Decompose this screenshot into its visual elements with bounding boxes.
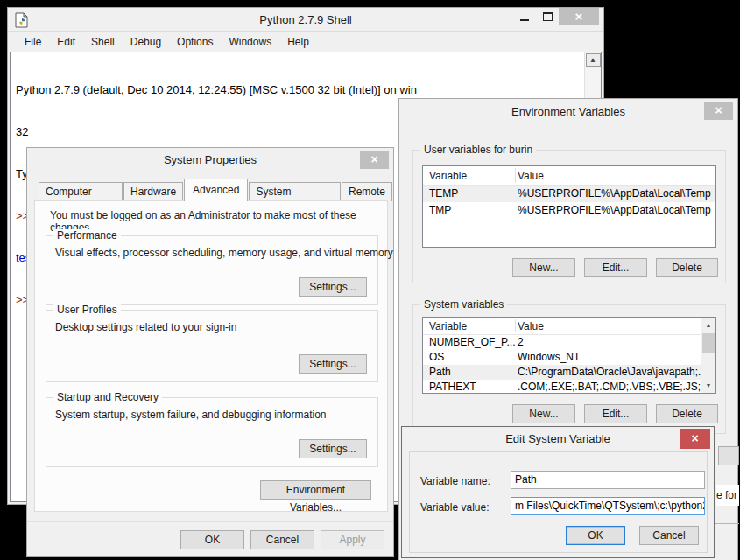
close-icon: × (575, 9, 583, 24)
tab-remote[interactable]: Remote (342, 182, 392, 201)
user-new-button[interactable]: New... (512, 258, 575, 277)
user-profiles-group: User Profiles Desktop settings related t… (46, 310, 378, 382)
minimize-button[interactable] (513, 8, 536, 25)
user-edit-button[interactable]: Edit... (584, 258, 647, 277)
system-variables-group: System variables Variable Value NUMBER_O… (412, 304, 726, 434)
table-header[interactable]: Variable Value (423, 166, 715, 186)
startup-recovery-desc: System startup, system failure, and debu… (55, 409, 327, 421)
close-button[interactable]: × (704, 102, 733, 120)
footer-separator (27, 522, 393, 522)
user-variables-group: User variables for burin Variable Value … (412, 150, 726, 284)
tab-hardware[interactable]: Hardware (123, 182, 183, 201)
user-variables-label: User variables for burin (420, 144, 536, 156)
column-value[interactable]: Value (515, 318, 715, 334)
startup-recovery-settings-button[interactable]: Settings... (299, 439, 367, 458)
table-row[interactable]: TMP %USERPROFILE%\AppData\Local\Temp (423, 202, 715, 219)
column-divider (515, 168, 516, 183)
system-properties-titlebar[interactable]: System Properties × (27, 148, 393, 172)
scroll-down-icon[interactable]: ▼ (702, 379, 715, 392)
system-new-button[interactable]: New... (512, 404, 575, 424)
apply-button: Apply (321, 530, 384, 550)
user-profiles-group-label: User Profiles (53, 304, 121, 316)
cancel-button[interactable]: Cancel (250, 530, 314, 550)
environment-variables-button[interactable]: Environment Variables... (260, 480, 371, 500)
ok-button[interactable]: OK (180, 530, 244, 550)
table-row[interactable]: PATHEXT .COM;.EXE;.BAT;.CMD;.VBS;.VBE;.J… (423, 380, 701, 394)
edit-system-variable-titlebar[interactable]: Edit System Variable × (402, 427, 714, 452)
system-variables-table[interactable]: Variable Value NUMBER_OF_P... 2 OS Windo… (422, 317, 716, 394)
menubar: File Edit Shell Debug Options Windows He… (8, 32, 603, 52)
system-edit-button[interactable]: Edit... (584, 404, 647, 424)
dialog-title: Environment Variables (511, 99, 625, 125)
menu-windows[interactable]: Windows (221, 32, 279, 52)
tab-system-protection[interactable]: System Protection (249, 182, 341, 201)
performance-desc: Visual effects, processor scheduling, me… (55, 247, 393, 259)
close-icon: × (691, 431, 698, 445)
table-row[interactable]: OS Windows_NT (423, 350, 701, 365)
close-icon: × (715, 103, 722, 117)
desktop: Python 2.7.9 Shell × File Edit Shell Deb… (0, 0, 740, 560)
dialog-title: Edit System Variable (505, 427, 610, 452)
close-button[interactable]: × (559, 8, 599, 25)
variable-name-label: Variable name: (420, 475, 490, 487)
startup-recovery-group-label: Startup and Recovery (53, 391, 162, 403)
window-title: Python 2.7.9 Shell (259, 8, 352, 32)
background-divider-fragment (715, 523, 739, 524)
close-button[interactable]: × (680, 429, 710, 449)
menu-edit[interactable]: Edit (49, 32, 83, 52)
user-variables-table[interactable]: Variable Value TEMP %USERPROFILE%\AppDat… (422, 165, 716, 248)
startup-recovery-group: Startup and Recovery System startup, sys… (46, 397, 378, 467)
minimize-icon (520, 19, 529, 21)
dialog-title: System Properties (164, 148, 257, 172)
close-icon: × (370, 152, 377, 166)
scroll-up-icon[interactable]: ▲ (702, 318, 715, 332)
ok-button[interactable]: OK (566, 526, 625, 545)
menu-shell[interactable]: Shell (83, 32, 123, 52)
user-profiles-desc: Desktop settings related to your sign-in (55, 321, 236, 333)
user-profiles-settings-button[interactable]: Settings... (299, 354, 367, 374)
maximize-icon (543, 12, 553, 21)
advanced-tab-panel: You must be logged on as an Administrato… (34, 200, 388, 512)
environment-variables-titlebar[interactable]: Environment Variables × (399, 99, 737, 125)
python-shell-titlebar[interactable]: Python 2.7.9 Shell × (8, 8, 603, 32)
variable-value-label: Variable value: (420, 501, 490, 514)
background-window-fragment: e for t (716, 485, 739, 506)
table-row-selected[interactable]: Path C:\ProgramData\Oracle\Java\javapath… (423, 365, 701, 380)
column-divider (515, 319, 516, 332)
performance-group: Performance Visual effects, processor sc… (46, 235, 378, 305)
user-delete-button[interactable]: Delete (656, 258, 718, 277)
tabstrip: Computer Name Hardware Advanced System P… (39, 180, 393, 201)
performance-settings-button[interactable]: Settings... (299, 277, 367, 297)
cancel-button[interactable]: Cancel (639, 526, 699, 545)
table-row[interactable]: TEMP %USERPROFILE%\AppData\Local\Temp (423, 186, 715, 202)
variable-name-input[interactable]: Path (511, 471, 705, 489)
scrollbar-thumb[interactable] (702, 333, 715, 353)
menu-file[interactable]: File (17, 32, 49, 52)
background-button-fragment (718, 446, 739, 466)
table-header[interactable]: Variable Value (423, 318, 715, 335)
menu-debug[interactable]: Debug (123, 32, 169, 52)
menu-options[interactable]: Options (169, 32, 221, 52)
close-button[interactable]: × (360, 150, 389, 169)
tab-computer-name[interactable]: Computer Name (39, 182, 123, 201)
table-scrollbar[interactable]: ▲ ▼ (701, 318, 715, 393)
system-variables-label: System variables (420, 298, 507, 311)
system-properties-window: System Properties × Computer Name Hardwa… (26, 147, 394, 557)
variable-value-input[interactable]: m Files\QuickTime\QTSystem\;c:\python27 (511, 497, 705, 515)
performance-group-label: Performance (53, 229, 121, 242)
menu-help[interactable]: Help (279, 32, 317, 52)
tab-advanced[interactable]: Advanced (184, 178, 248, 201)
column-variable[interactable]: Variable (423, 166, 515, 185)
python-idle-icon (14, 12, 30, 28)
edit-system-variable-window: Edit System Variable × Variable name: Pa… (401, 426, 715, 558)
maximize-button[interactable] (536, 8, 559, 25)
scroll-up-icon[interactable]: ▲ (586, 53, 601, 67)
shell-line: Python 2.7.9 (default, Dec 10 2014, 12:2… (16, 83, 580, 97)
system-delete-button[interactable]: Delete (656, 404, 718, 424)
column-value[interactable]: Value (515, 166, 715, 185)
table-row[interactable]: NUMBER_OF_P... 2 (423, 335, 701, 350)
column-variable[interactable]: Variable (423, 318, 515, 334)
